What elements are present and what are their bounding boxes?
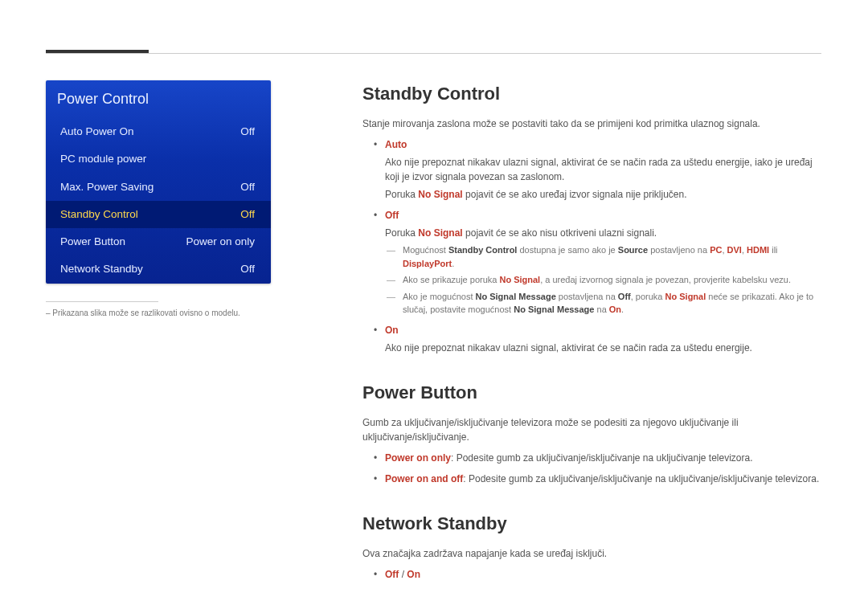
osd-row-max-power-saving[interactable]: Max. Power Saving Off (46, 174, 271, 201)
header-rule (46, 53, 821, 54)
text: Poruka (385, 189, 418, 200)
option-power-on-only: Power on only: Podesite gumb za uključiv… (385, 451, 821, 465)
osd-row-label: PC module power (60, 151, 146, 167)
option-desc: : Podesite gumb za uključivanje/isključi… (451, 452, 753, 464)
option-body: Ako nije prepoznat nikakav ulazni signal… (385, 341, 821, 355)
text: pojavit će se ako nisu otkriveni ulazni … (463, 227, 657, 239)
dash-item: Mogućnost Standby Control dostupna je sa… (399, 243, 821, 270)
t: No Signal Message (476, 292, 556, 301)
option-name: Power on only (385, 452, 451, 464)
network-standby-options: Off / On (362, 567, 821, 582)
t: postavljena na (556, 292, 618, 301)
t: No Signal Message (514, 304, 594, 314)
t: PC (710, 245, 722, 255)
option-desc: : Podesite gumb za uključivanje/isključi… (463, 473, 819, 484)
option-off-on: Off / On (385, 567, 821, 582)
t: . (621, 304, 624, 314)
footnote-rule (46, 301, 158, 302)
osd-row-value: Off (240, 124, 255, 140)
standby-control-lead: Stanje mirovanja zaslona može se postavi… (362, 116, 821, 131)
t: HDMI (747, 245, 769, 255)
dash-item: Ako se prikazuje poruka No Signal, a ure… (399, 273, 821, 287)
osd-row-value: Off (240, 179, 255, 195)
osd-row-power-button[interactable]: Power Button Power on only (46, 228, 271, 255)
t: , a uređaj izvornog signala je povezan, … (540, 275, 791, 284)
option-name: Power on and off (385, 473, 463, 484)
t: DisplayPort (403, 259, 452, 268)
text: Poruka (385, 227, 418, 239)
option-off: Off (385, 569, 399, 580)
t: Standby Control (448, 245, 518, 255)
t: Mogućnost (403, 245, 448, 255)
power-button-lead: Gumb za uključivanje/isključivanje telev… (362, 415, 821, 444)
option-on: On Ako nije prepoznat nikakav ulazni sig… (385, 323, 821, 355)
option-auto: Auto Ako nije prepoznat nikakav ulazni s… (385, 137, 821, 202)
footnote: – Prikazana slika može se razlikovati ov… (46, 301, 271, 319)
footnote-text: – Prikazana slika može se razlikovati ov… (46, 309, 240, 317)
t: No Signal (665, 292, 706, 301)
power-button-options: Power on only: Podesite gumb za uključiv… (362, 451, 821, 486)
osd-row-network-standby[interactable]: Network Standby Off (46, 255, 271, 283)
osd-row-label: Network Standby (60, 261, 143, 277)
t: Ako se prikazuje poruka (403, 275, 499, 284)
osd-row-label: Standby Control (60, 206, 138, 223)
t: postavljeno na (648, 245, 710, 255)
right-column: Standby Control Stanje mirovanja zaslona… (271, 80, 821, 588)
t: ili (769, 245, 777, 255)
osd-row-value: Off (240, 206, 255, 223)
text: pojavit će se ako uređaj izvor signala n… (463, 189, 687, 200)
osd-row-label: Auto Power On (60, 124, 134, 140)
option-body: Poruka No Signal pojavit će se ako nisu … (385, 226, 821, 240)
option-name: Auto (385, 139, 407, 150)
left-column: Power Control Auto Power On Off PC modul… (46, 80, 271, 588)
t: No Signal (499, 275, 540, 284)
osd-row-value: Power on only (186, 234, 255, 250)
option-power-on-and-off: Power on and off: Podesite gumb za uklju… (385, 472, 821, 486)
standby-options-list: Auto Ako nije prepoznat nikakav ulazni s… (362, 137, 821, 355)
standby-control-heading: Standby Control (362, 80, 821, 107)
option-name: On (385, 325, 399, 336)
t: dostupna je samo ako je (517, 245, 617, 255)
dash-list: Mogućnost Standby Control dostupna je sa… (385, 243, 821, 317)
power-button-heading: Power Button (362, 379, 821, 406)
osd-row-auto-power-on[interactable]: Auto Power On Off (46, 118, 271, 145)
dash-item: Ako je mogućnost No Signal Message posta… (399, 290, 821, 317)
t: DVI (727, 245, 742, 255)
t: Source (618, 245, 648, 255)
option-name: Off (385, 210, 399, 221)
option-body: Ako nije prepoznat nikakav ulazni signal… (385, 155, 821, 184)
t: Off (618, 292, 631, 301)
t: na (594, 304, 608, 314)
no-signal-text: No Signal (418, 189, 462, 200)
t: On (609, 304, 621, 314)
network-standby-lead: Ova značajka zadržava napajanje kada se … (362, 546, 821, 561)
t: Ako je mogućnost (403, 292, 476, 301)
network-standby-heading: Network Standby (362, 510, 821, 537)
option-off: Off Poruka No Signal pojavit će se ako n… (385, 208, 821, 317)
osd-row-label: Power Button (60, 234, 125, 250)
content-row: Power Control Auto Power On Off PC modul… (46, 80, 821, 588)
osd-row-standby-control[interactable]: Standby Control Off (46, 201, 271, 228)
option-on: On (407, 569, 420, 580)
osd-panel: Power Control Auto Power On Off PC modul… (46, 80, 271, 284)
t: . (452, 259, 454, 268)
osd-title: Power Control (46, 80, 271, 118)
osd-row-pc-module-power[interactable]: PC module power (46, 145, 271, 173)
no-signal-text: No Signal (418, 227, 462, 239)
t: , poruka (631, 292, 665, 301)
osd-row-label: Max. Power Saving (60, 179, 154, 195)
osd-row-value: Off (240, 261, 255, 277)
separator: / (399, 569, 407, 580)
option-body-extra: Poruka No Signal pojavit će se ako uređa… (385, 187, 821, 202)
